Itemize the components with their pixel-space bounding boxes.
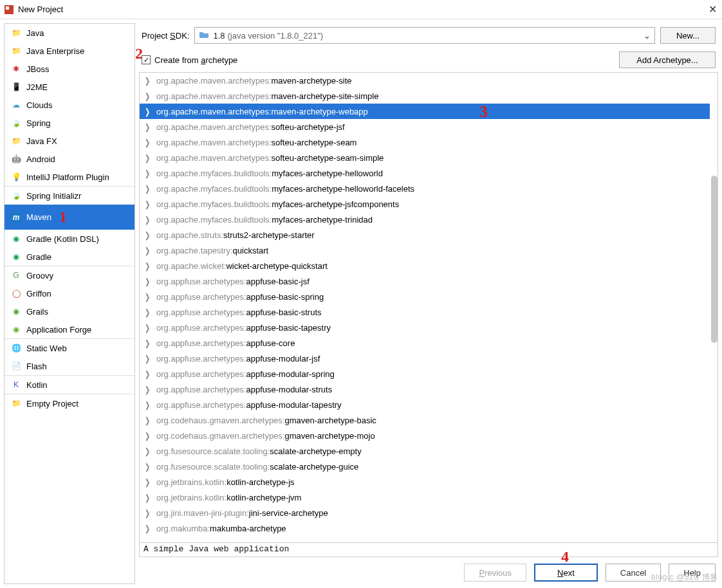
- sidebar-item-label: Application Forge: [26, 325, 91, 335]
- archetype-label: org.apache.maven.archetypes:maven-archet…: [156, 76, 352, 86]
- archetype-row[interactable]: ❯org.appfuse.archetypes:appfuse-basic-st…: [140, 304, 710, 320]
- sidebar-item-java-enterprise[interactable]: 📁Java Enterprise: [5, 42, 134, 60]
- add-archetype-button[interactable]: Add Archetype...: [619, 51, 716, 68]
- archetype-row[interactable]: ❯org.fusesource.scalate.tooling:scalate-…: [140, 443, 710, 459]
- titlebar: New Project ✕: [0, 0, 722, 19]
- app-icon: [4, 5, 14, 15]
- archetype-row[interactable]: ❯org.makumba:makumba-archetype: [140, 520, 710, 536]
- archetype-row[interactable]: ❯org.apache.wicket:wicket-archetype-quic…: [140, 258, 710, 273]
- archetype-label: org.appfuse.archetypes:appfuse-modular-s…: [156, 385, 332, 394]
- help-button[interactable]: Help: [669, 564, 716, 582]
- archetype-row[interactable]: ❯org.jetbrains.kotlin:kotlin-archetype-j…: [140, 490, 710, 505]
- archetype-row[interactable]: ❯org.apache.maven.archetypes:softeu-arch…: [140, 134, 710, 150]
- application-forge-icon: ◉: [11, 324, 21, 335]
- sidebar-item-griffon[interactable]: ◯Griffon: [5, 284, 134, 302]
- archetype-row[interactable]: ❯org.apache.myfaces.buildtools:myfaces-a…: [140, 181, 710, 196]
- chevron-right-icon: ❯: [145, 277, 151, 286]
- chevron-right-icon: ❯: [145, 107, 151, 116]
- sidebar-item-j2me[interactable]: 📱J2ME: [5, 78, 134, 96]
- chevron-right-icon: ❯: [145, 261, 151, 270]
- archetype-row[interactable]: ❯org.apache.maven.archetypes:softeu-arch…: [140, 119, 710, 134]
- archetype-row[interactable]: ❯org.appfuse.archetypes:appfuse-basic-ta…: [140, 320, 710, 335]
- archetype-row[interactable]: ❯org.apache.myfaces.buildtools:myfaces-a…: [140, 212, 710, 227]
- archetype-tree[interactable]: ❯org.apache.maven.archetypes:maven-arche…: [139, 72, 718, 543]
- archetype-row[interactable]: ❯org.apache.maven.archetypes:maven-arche…: [140, 88, 710, 104]
- chevron-right-icon: ❯: [145, 292, 151, 301]
- previous-button[interactable]: Previous: [464, 564, 526, 582]
- jboss-icon: ✱: [11, 64, 21, 74]
- cancel-button[interactable]: Cancel: [606, 564, 661, 582]
- chevron-right-icon: ❯: [145, 354, 151, 363]
- archetype-label: org.appfuse.archetypes:appfuse-modular-s…: [156, 369, 335, 379]
- sidebar-item-label: Gradle (Kotlin DSL): [26, 234, 99, 244]
- sdk-select[interactable]: 1.8 (java version "1.8.0_221") ⌄: [194, 27, 655, 44]
- archetype-label: org.appfuse.archetypes:appfuse-basic-spr…: [156, 292, 324, 302]
- flash-icon: 📄: [11, 361, 21, 371]
- sidebar-item-maven[interactable]: mMaven1: [5, 205, 134, 230]
- sidebar-item-label: JBoss: [26, 64, 49, 74]
- chevron-right-icon: ❯: [145, 338, 151, 347]
- scrollbar-thumb[interactable]: [711, 176, 717, 343]
- close-icon[interactable]: ✕: [708, 3, 717, 15]
- chevron-right-icon: ❯: [145, 169, 151, 178]
- new-sdk-button[interactable]: New...: [660, 27, 716, 44]
- sidebar-item-grails[interactable]: ◉Grails: [5, 302, 134, 320]
- archetype-row[interactable]: ❯org.codehaus.gmaven.archetypes:gmaven-a…: [140, 428, 710, 443]
- chevron-right-icon: ❯: [145, 215, 151, 224]
- create-from-archetype-checkbox[interactable]: [142, 55, 151, 64]
- sidebar-item-flash[interactable]: 📄Flash: [5, 357, 134, 375]
- sidebar-item-jboss[interactable]: ✱JBoss: [5, 60, 134, 78]
- archetype-label: org.apache.wicket:wicket-archetype-quick…: [156, 261, 328, 271]
- android-icon: 🤖: [11, 154, 21, 164]
- archetype-row[interactable]: ❯org.appfuse.archetypes:appfuse-basic-js…: [140, 273, 710, 289]
- sidebar-item-kotlin[interactable]: KKotlin: [5, 376, 134, 394]
- sidebar-item-label: J2ME: [26, 82, 48, 92]
- sidebar-item-java[interactable]: 📁Java: [5, 24, 134, 42]
- chevron-right-icon: ❯: [145, 76, 151, 85]
- archetype-row[interactable]: ❯org.appfuse.archetypes:appfuse-modular-…: [140, 351, 710, 366]
- archetype-row[interactable]: ❯org.apache.maven.archetypes:softeu-arch…: [140, 150, 710, 165]
- grails-icon: ◉: [11, 306, 21, 317]
- archetype-label: org.codehaus.gmaven.archetypes:gmaven-ar…: [156, 416, 376, 425]
- archetype-row[interactable]: ❯org.appfuse.archetypes:appfuse-modular-…: [140, 381, 710, 397]
- archetype-row[interactable]: ❯org.appfuse.archetypes:appfuse-modular-…: [140, 397, 710, 412]
- archetype-row[interactable]: ❯org.appfuse.archetypes:appfuse-core: [140, 335, 710, 351]
- sidebar-item-gradle[interactable]: ◉Gradle: [5, 248, 134, 266]
- sidebar-item-static-web[interactable]: 🌐Static Web: [5, 339, 134, 357]
- archetype-row[interactable]: ❯org.apache.maven.archetypes:maven-arche…: [140, 73, 710, 88]
- project-type-sidebar: 📁Java📁Java Enterprise✱JBoss📱J2ME☁Clouds🍃…: [4, 23, 135, 584]
- next-button[interactable]: Next: [534, 564, 598, 582]
- archetype-row[interactable]: ❯org.jini.maven-jini-plugin:jini-service…: [140, 505, 710, 520]
- sidebar-item-java-fx[interactable]: 📁Java FX: [5, 132, 134, 150]
- archetype-row[interactable]: ❯org.appfuse.archetypes:appfuse-modular-…: [140, 366, 710, 381]
- archetype-label: org.apache.myfaces.buildtools:myfaces-ar…: [156, 199, 399, 209]
- sidebar-item-application-forge[interactable]: ◉Application Forge: [5, 320, 134, 338]
- archetype-label: org.codehaus.gmaven.archetypes:gmaven-ar…: [156, 431, 375, 441]
- sidebar-item-intellij-platform-plugin[interactable]: 💡IntelliJ Platform Plugin: [5, 168, 134, 186]
- sidebar-item-label: Flash: [26, 362, 47, 371]
- sidebar-item-spring[interactable]: 🍃Spring: [5, 114, 134, 132]
- sidebar-item-clouds[interactable]: ☁Clouds: [5, 96, 134, 114]
- archetype-row[interactable]: ❯org.codehaus.gmaven.archetypes:gmaven-a…: [140, 412, 710, 428]
- archetype-row[interactable]: ❯org.appfuse.archetypes:appfuse-basic-sp…: [140, 289, 710, 304]
- sidebar-item-label: Java: [26, 28, 44, 38]
- gradle-kotlin-dsl--icon: ◉: [11, 234, 21, 244]
- sidebar-item-spring-initializr[interactable]: 🍃Spring Initializr: [5, 187, 134, 205]
- sidebar-item-groovy[interactable]: GGroovy: [5, 266, 134, 284]
- sidebar-item-gradle-kotlin-dsl-[interactable]: ◉Gradle (Kotlin DSL): [5, 230, 134, 248]
- sidebar-item-empty-project[interactable]: 📁Empty Project: [5, 394, 134, 412]
- archetype-label: org.apache.myfaces.buildtools:myfaces-ar…: [156, 169, 383, 178]
- sidebar-item-android[interactable]: 🤖Android: [5, 150, 134, 168]
- create-from-archetype-label: Create from archetype: [154, 55, 237, 65]
- archetype-row[interactable]: ❯org.fusesource.scalate.tooling:scalate-…: [140, 459, 710, 474]
- java-fx-icon: 📁: [11, 136, 21, 146]
- archetype-row[interactable]: ❯org.jetbrains.kotlin:kotlin-archetype-j…: [140, 474, 710, 490]
- chevron-right-icon: ❯: [145, 323, 151, 332]
- archetype-row[interactable]: ❯org.apache.myfaces.buildtools:myfaces-a…: [140, 165, 710, 181]
- archetype-row[interactable]: ❯org.apache.maven.archetypes:maven-arche…: [140, 104, 710, 119]
- archetype-row[interactable]: ❯org.apache.myfaces.buildtools:myfaces-a…: [140, 196, 710, 212]
- archetype-row[interactable]: ❯org.apache.tapestry:quickstart: [140, 243, 710, 258]
- archetype-label: org.apache.maven.archetypes:maven-archet…: [156, 107, 368, 116]
- archetype-row[interactable]: ❯org.apache.struts:struts2-archetype-sta…: [140, 227, 710, 243]
- archetype-label: org.appfuse.archetypes:appfuse-core: [156, 338, 295, 348]
